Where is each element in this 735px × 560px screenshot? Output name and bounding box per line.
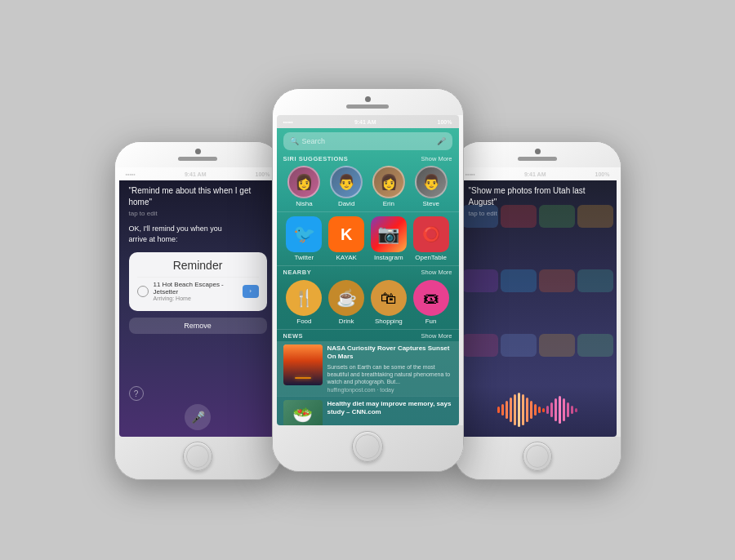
nearby-header: NEARBY Show More — [277, 266, 459, 278]
siri-mic-button-left[interactable]: 🎤 — [185, 404, 211, 430]
speaker-left — [178, 157, 217, 161]
bg-apps-grid — [462, 205, 613, 396]
news-item-1[interactable]: NASA Curiosity Rover Captures Sunset On … — [277, 341, 459, 396]
contact-erin[interactable]: 👩 Erin — [372, 166, 405, 207]
reminder-item-text: 11 Hot Beach Escapes - Jetsetter — [154, 281, 238, 296]
time-center: 9:41 AM — [354, 119, 376, 125]
news-title-1: NASA Curiosity Rover Captures Sunset On … — [327, 344, 452, 362]
nearby-icon-food: 🍴 — [286, 280, 322, 316]
app-container: ••••• 9:41 AM 100% "Remind me about this… — [0, 0, 735, 560]
phone-left-top — [115, 142, 281, 167]
show-more-news[interactable]: Show More — [421, 332, 452, 340]
phone-left: ••••• 9:41 AM 100% "Remind me about this… — [114, 141, 282, 480]
siri-suggestions-label: SIRI SUGGESTIONS — [283, 155, 349, 162]
search-bar-container: 🔍 Search 🎤 — [277, 128, 459, 153]
siri-wave-right — [469, 389, 607, 430]
nearby-name-fun: Fun — [425, 318, 437, 325]
app-name-opentable: OpenTable — [415, 254, 447, 261]
app-icon-kayak: K — [328, 216, 364, 252]
news-header: NEWS Show More — [277, 330, 459, 341]
front-camera-center — [365, 96, 371, 102]
nearby-icon-drink: ☕ — [328, 280, 364, 316]
news-source-1: huffingtonpost.com · today — [327, 387, 452, 393]
contact-david[interactable]: 👨 David — [330, 166, 363, 207]
phone-left-shell: ••••• 9:41 AM 100% "Remind me about this… — [114, 141, 282, 480]
nearby-icon-fun: 🎟 — [413, 280, 449, 316]
help-icon-left[interactable]: ? — [129, 386, 144, 401]
contact-nisha[interactable]: 👩 Nisha — [287, 166, 320, 207]
status-bar-right: ••••• 9:41 AM 100% — [459, 167, 617, 180]
app-name-twitter: Twitter — [295, 254, 314, 261]
phone-right-shell: ••••• 9:41 AM 100% — [454, 141, 621, 480]
nearby-shopping[interactable]: 🛍 Shopping — [371, 280, 407, 325]
app-opentable[interactable]: ⭕ OpenTable — [413, 216, 449, 261]
contacts-row: 👩 Nisha 👨 David 👩 Erin — [277, 164, 459, 211]
contact-name-erin: Erin — [383, 200, 394, 207]
speaker-center — [346, 104, 389, 109]
home-button-inner-right — [526, 445, 549, 468]
news-desc-1: Sunsets on Earth can be some of the most… — [327, 363, 452, 385]
reminder-item-row: 11 Hot Beach Escapes - Jetsetter Arrivin… — [137, 277, 259, 304]
apps-row: 🐦 Twitter K KAYAK 📷 Instagram — [277, 212, 459, 265]
home-button-right[interactable] — [523, 442, 552, 471]
contact-steve[interactable]: 👨 Steve — [415, 166, 448, 207]
contact-name-steve: Steve — [422, 200, 439, 207]
avatar-steve: 👨 — [415, 166, 448, 198]
siri-content-right: "Show me photos from Utah last August" t… — [459, 180, 617, 437]
phone-center-shell: ••••• 9:41 AM 100% 🔍 Search 🎤 — [272, 88, 464, 472]
app-instagram[interactable]: 📷 Instagram — [371, 216, 407, 261]
news-item-2[interactable]: 🥗 Healthy diet may improve memory, says … — [277, 397, 459, 425]
show-more-suggestions[interactable]: Show More — [421, 155, 452, 162]
screen-right: ••••• 9:41 AM 100% — [459, 167, 617, 437]
reminder-arrow-btn[interactable]: › — [243, 285, 259, 298]
nearby-drink[interactable]: ☕ Drink — [328, 280, 364, 325]
tap-to-edit-right: tap to edit — [469, 210, 607, 217]
app-name-kayak: KAYAK — [336, 254, 357, 261]
mic-icon-center: 🎤 — [437, 137, 446, 145]
status-bar-center: ••••• 9:41 AM 100% — [277, 115, 459, 128]
home-button-inner-left — [186, 445, 209, 468]
nearby-row: 🍴 Food ☕ Drink 🛍 Shopping — [277, 278, 459, 329]
siri-response-left: OK, I'll remind you when youarrive at ho… — [129, 224, 267, 244]
carrier-left: ••••• — [126, 171, 136, 177]
home-button-center[interactable] — [352, 431, 383, 462]
home-button-inner-center — [355, 434, 380, 459]
news-content-1: NASA Curiosity Rover Captures Sunset On … — [327, 344, 452, 393]
home-button-left[interactable] — [183, 442, 212, 471]
time-left: 9:41 AM — [185, 171, 207, 177]
front-camera-right — [535, 149, 541, 154]
carrier-center: ••••• — [283, 119, 293, 125]
news-thumb-2: 🥗 — [283, 400, 323, 425]
avatar-erin: 👩 — [372, 166, 405, 198]
front-camera-left — [195, 149, 201, 154]
app-kayak[interactable]: K KAYAK — [328, 216, 364, 261]
siri-mic-area-left: ? 🎤 — [129, 380, 267, 430]
phone-left-bottom — [115, 437, 281, 479]
reminder-item-content: 11 Hot Beach Escapes - Jetsetter Arrivin… — [154, 281, 238, 301]
siri-content-left: "Remind me about this when I get home" t… — [119, 180, 277, 437]
speaker-right — [518, 157, 557, 161]
phone-center-top — [273, 89, 463, 115]
remove-button[interactable]: Remove — [129, 318, 267, 334]
reminder-checkbox — [137, 286, 149, 297]
app-icon-opentable: ⭕ — [413, 216, 449, 252]
siri-quote-right: "Show me photos from Utah last August" — [469, 185, 607, 208]
phones-container: ••••• 9:41 AM 100% "Remind me about this… — [105, 88, 631, 472]
news-title-2: Healthy diet may improve memory, says st… — [327, 400, 452, 417]
nearby-food[interactable]: 🍴 Food — [286, 280, 322, 325]
show-more-nearby[interactable]: Show More — [421, 269, 452, 276]
nearby-icon-shopping: 🛍 — [371, 280, 407, 316]
carrier-right: ••••• — [466, 171, 475, 177]
status-bar-left: ••••• 9:41 AM 100% — [119, 167, 277, 180]
battery-right: 100% — [595, 171, 610, 177]
siri-quote-left: "Remind me about this when I get home" — [129, 185, 267, 208]
search-icon: 🔍 — [290, 137, 299, 145]
search-placeholder: Search — [302, 137, 434, 145]
app-twitter[interactable]: 🐦 Twitter — [286, 216, 322, 261]
nearby-name-shopping: Shopping — [375, 318, 403, 325]
app-icon-instagram: 📷 — [371, 216, 407, 252]
app-name-instagram: Instagram — [374, 254, 403, 261]
nearby-fun[interactable]: 🎟 Fun — [413, 280, 449, 325]
search-bar[interactable]: 🔍 Search 🎤 — [283, 132, 452, 150]
battery-left: 100% — [256, 171, 270, 177]
